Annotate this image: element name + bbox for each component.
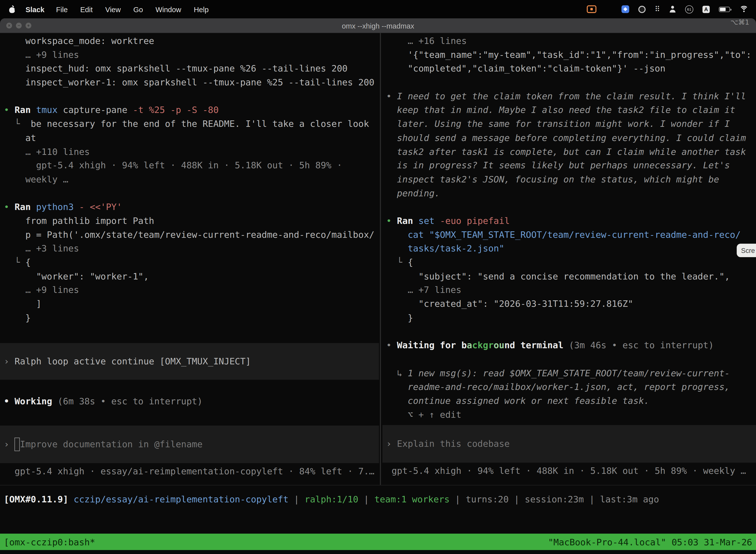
- text-span: [15, 438, 20, 451]
- text-span: "created_at": "2026-03-31T11:59:27.816Z": [386, 298, 633, 309]
- composer-input-row[interactable]: › Explain this codebase: [382, 425, 756, 463]
- menu-item-edit[interactable]: Edit: [80, 5, 92, 13]
- terminal-line: • Working (6m 38s • esc to interrupt): [4, 395, 379, 409]
- menu-item-help[interactable]: Help: [194, 5, 208, 13]
- text-span: ›: [4, 438, 15, 451]
- terminal-line: at: [4, 131, 379, 145]
- text-span: Ran: [15, 202, 36, 212]
- text-span: a: [467, 340, 472, 350]
- terminal-line: from pathlib import Path: [4, 214, 379, 228]
- text-span: at: [4, 132, 36, 143]
- text-span: "worker": "worker-1",: [4, 271, 149, 281]
- tmux-pane-left[interactable]: workspace_mode: worktree … +9 lines insp…: [0, 33, 379, 485]
- composer-input-row[interactable]: › Improve documentation in @filename: [0, 426, 379, 463]
- tmux-pane-right[interactable]: … +16 lines '{"team_name":"my-team","tas…: [382, 33, 756, 485]
- text-span: tasks/task-2.json": [386, 243, 504, 254]
- minimize-button[interactable]: −: [16, 22, 21, 28]
- text-span: {: [408, 257, 413, 267]
- terminal-line: }: [386, 311, 756, 325]
- terminal-line: • Ran set -euo pipefail: [386, 214, 756, 228]
- text-span: turns:20: [466, 494, 509, 504]
- terminal-line: [4, 90, 379, 104]
- text-span: … +7 lines: [386, 285, 461, 295]
- dark-circle-app-icon[interactable]: [638, 5, 646, 13]
- text-span: … +9 lines: [4, 285, 79, 295]
- input-source-icon[interactable]: A: [702, 5, 710, 13]
- app-grid-dots-icon[interactable]: ⠿: [655, 5, 660, 13]
- menu-item-go[interactable]: Go: [133, 5, 143, 13]
- menu-item-file[interactable]: File: [56, 5, 68, 13]
- text-span: Waiting for b: [397, 340, 466, 350]
- terminal-window: × − + omx --xhigh --madmax ⌥⌘1 workspace…: [0, 18, 756, 554]
- menu-items: FileEditViewGoWindowHelp: [56, 5, 208, 13]
- text-span: continue assigned work or next feasible …: [386, 396, 649, 406]
- wifi-icon[interactable]: [739, 6, 748, 12]
- text-span: workspace_mode: worktree: [4, 36, 154, 46]
- text-span: |: [450, 494, 466, 504]
- battery-icon[interactable]: [719, 6, 730, 12]
- terminal-line: gpt-5.4 xhigh · 94% left · 488K in · 5.1…: [4, 159, 379, 173]
- zoom-button[interactable]: +: [25, 22, 31, 28]
- text-span: -euo pipefail: [440, 216, 510, 226]
- user-silhouette-icon[interactable]: [669, 6, 676, 12]
- composer-input-row[interactable]: › Ralph loop active continue [OMX_TMUX_I…: [0, 343, 379, 380]
- menu-bar: Slack FileEditViewGoWindowHelp ⠿ 61 A: [0, 0, 756, 18]
- text-span: |: [289, 494, 305, 504]
- text-span: keep that in mind. Maybe I also need the…: [386, 105, 735, 115]
- text-span: • Working: [4, 396, 58, 406]
- screen-recording-stop-icon[interactable]: [587, 5, 596, 13]
- terminal-line: weekly …: [4, 173, 379, 187]
- blue-app-icon[interactable]: [622, 5, 629, 13]
- text-span: gpt-5.4 xhigh · 94% left · 488K in · 5.1…: [4, 160, 342, 170]
- text-span: Explain this codebase: [397, 437, 510, 451]
- screen: Slack FileEditViewGoWindowHelp ⠿ 61 A × …: [0, 0, 756, 554]
- terminal-line: • Ran tmux capture-pane -t %25 -p -S -80: [4, 104, 379, 117]
- text-span: inspect_worker-1: omx sparkshell --tmux-…: [4, 77, 375, 88]
- text-span: └: [386, 257, 408, 267]
- text-span: set: [419, 216, 440, 226]
- text-span: }: [4, 313, 31, 323]
- text-span: └: [4, 257, 25, 267]
- text-span: }: [386, 313, 413, 323]
- terminal-line: p = Path('.omx/state/team/review-current…: [4, 228, 379, 242]
- menu-item-view[interactable]: View: [105, 5, 121, 13]
- grid-icon[interactable]: [606, 6, 612, 12]
- title-bar[interactable]: × − + omx --xhigh --madmax ⌥⌘1: [0, 18, 756, 33]
- terminal-line: gpt-5.4 xhigh · essay/ai-reimplementatio…: [4, 465, 379, 479]
- text-span: … +110 lines: [4, 147, 90, 157]
- text-span: cat: [408, 230, 429, 240]
- terminal-line: • Waiting for background terminal (3m 46…: [386, 339, 756, 353]
- text-span: be necessary for the end of the README. …: [31, 119, 369, 129]
- text-span: •: [386, 91, 397, 101]
- terminal-line: '{"team_name":"my-team","task_id":"1","f…: [386, 48, 756, 62]
- apple-menu-icon[interactable]: [9, 5, 16, 13]
- terminal-line: [386, 325, 756, 339]
- menu-app-name[interactable]: Slack: [25, 5, 44, 13]
- close-button[interactable]: ×: [6, 22, 12, 28]
- pane-divider[interactable]: [380, 33, 381, 485]
- menu-item-window[interactable]: Window: [155, 5, 181, 13]
- terminal-line: "subject": "send a concise recommendatio…: [386, 270, 756, 283]
- terminal-line: ]: [4, 297, 379, 311]
- text-span: ↳: [386, 368, 408, 378]
- terminal-line: [4, 186, 379, 200]
- tmux-host-time: "MacBook-Pro-44.local" 05:03 31-Mar-26: [548, 537, 752, 547]
- screen-share-button[interactable]: Scre: [737, 244, 756, 257]
- text-span: … +16 lines: [386, 36, 467, 46]
- text-span: ralph:1/10: [305, 494, 359, 504]
- text-span: gpt-5.4 xhigh · 94% left · 488K in · 5.1…: [386, 466, 746, 476]
- text-span: team:1 workers: [375, 494, 450, 504]
- text-span: inspect task2's JSON, focusing on the st…: [386, 174, 719, 184]
- traffic-lights: × − +: [6, 22, 31, 28]
- stats-gauge-icon[interactable]: 61: [685, 5, 693, 13]
- text-span: cczip/essay/ai-reimplementation-copyleft: [74, 494, 289, 504]
- tmux-status-bar: [omx-cczip0:bash* "MacBook-Pro-44.local"…: [0, 534, 756, 550]
- terminal-line: … +9 lines: [4, 48, 379, 62]
- omx-status-line: [OMX#0.11.9] cczip/essay/ai-reimplementa…: [4, 493, 659, 507]
- terminal-line: readme-and-reco/mailbox/worker-1.json, a…: [386, 380, 756, 394]
- window-title: omx --xhigh --madmax: [342, 21, 414, 30]
- text-span: (6m 38s • esc to interrupt): [58, 396, 203, 406]
- text-span: '{"team_name":"my-team","task_id":"1","f…: [386, 50, 751, 60]
- terminal-line: └ {: [4, 256, 379, 270]
- terminal-line: inspect_worker-1: omx sparkshell --tmux-…: [4, 76, 379, 90]
